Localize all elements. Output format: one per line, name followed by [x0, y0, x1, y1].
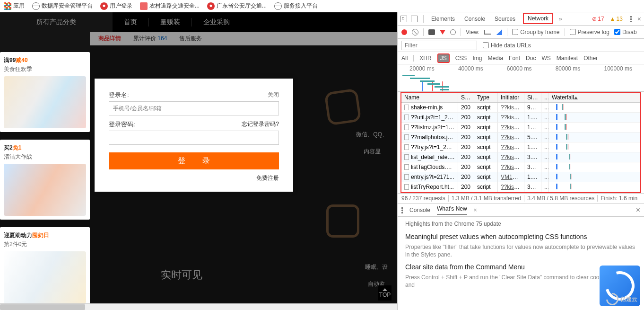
username-input[interactable] — [109, 101, 279, 115]
type-all[interactable]: All — [401, 55, 408, 62]
login-button[interactable]: 登 录 — [109, 152, 279, 169]
type-doc[interactable]: Doc — [526, 55, 536, 62]
type-font[interactable]: Font — [509, 55, 520, 62]
type-xhr[interactable]: XHR — [419, 55, 431, 62]
col-priority[interactable]: ... — [541, 93, 549, 102]
close-tab-icon[interactable]: × — [474, 207, 477, 213]
type-filters: All XHR JS CSS Img Media Font Doc WS Man… — [398, 52, 644, 64]
device-toggle-icon[interactable] — [411, 16, 418, 22]
close-devtools-icon[interactable]: × — [637, 15, 641, 23]
col-waterfall[interactable]: Waterfall — [549, 93, 640, 102]
type-css[interactable]: CSS — [455, 55, 467, 62]
devtools-panel: Elements Console Sources Network » ⊘17 ▲… — [397, 12, 644, 310]
password-label: 登录密码: — [109, 121, 135, 128]
drawer-tab-whatsnew[interactable]: What's New — [437, 205, 467, 215]
disable-cache-checkbox[interactable]: Disab — [614, 29, 637, 35]
record-button[interactable] — [401, 29, 407, 35]
promo-card[interactable]: 买2免1 清洁大作战 — [0, 140, 90, 220]
bookmark-apps[interactable]: 应用 — [4, 2, 25, 10]
password-input[interactable] — [109, 131, 279, 145]
filter-input[interactable] — [401, 41, 477, 50]
group-by-frame-checkbox[interactable]: Group by frame — [512, 29, 559, 35]
promo-card[interactable]: 迎夏助动力囤奶日 第2件0元 — [0, 227, 90, 307]
error-count[interactable]: ⊘17 — [592, 16, 604, 22]
col-status[interactable]: Sta... — [458, 93, 474, 102]
globe-icon — [274, 2, 282, 10]
clear-button[interactable] — [412, 29, 418, 35]
promo-image — [4, 251, 86, 303]
bookmark-service[interactable]: 服务接入平台 — [274, 2, 318, 10]
large-rows-icon[interactable] — [484, 30, 491, 35]
page-viewport: 所有产品分类 首页 量贩装 企业采购 商品详情 累计评价 164 售后服务 微信… — [0, 12, 397, 310]
col-initiator[interactable]: Initiator — [498, 93, 524, 102]
network-table: Name Sta... Type Initiator Size ... Wate… — [400, 92, 641, 193]
col-name[interactable]: Name — [401, 93, 458, 102]
globe-icon — [32, 2, 40, 10]
type-img[interactable]: Img — [472, 55, 482, 62]
bookmark-gd[interactable]: 广东省公安厅交通... — [207, 2, 267, 10]
drawer-tabs: Console What's New× × — [398, 204, 644, 217]
network-status-bar: 96 / 237 requests 1.3 MB / 3.1 MB transf… — [398, 193, 644, 204]
filter-toggle-icon[interactable] — [440, 30, 445, 35]
type-js[interactable]: JS — [437, 53, 450, 63]
screenshot-button[interactable] — [428, 29, 435, 35]
watermark: 亿速云 — [606, 293, 637, 305]
table-row[interactable]: ??try.js?t=1_201...200script??kissy/...1… — [401, 142, 640, 152]
truck-icon — [140, 2, 148, 10]
table-row[interactable]: entry.js?t=2171...200scriptVM152...1.3..… — [401, 172, 640, 182]
promo-image — [4, 76, 86, 128]
view-label: View: — [466, 29, 479, 35]
table-row[interactable]: listTryReport.ht...200script??kissy/...3… — [401, 182, 640, 192]
bookmarks-bar: 应用 数据库安全管理平台 用户登录 农村道路交通安全... 广东省公安厅交通..… — [0, 0, 644, 12]
horizontal-scrollbar[interactable] — [0, 303, 397, 310]
search-icon[interactable] — [450, 29, 456, 35]
devtools-tabs: Elements Console Sources Network » ⊘17 ▲… — [398, 12, 644, 26]
bookmark-login[interactable]: 用户登录 — [100, 2, 132, 10]
forgot-password-link[interactable]: 忘记登录密码? — [242, 120, 279, 128]
col-type[interactable]: Type — [474, 93, 498, 102]
tab-network[interactable]: Network — [523, 13, 553, 24]
tab-console[interactable]: Console — [462, 13, 487, 25]
hide-data-urls-checkbox[interactable]: Hide data URLs — [483, 42, 531, 49]
bookmark-dbsec[interactable]: 数据库安全管理平台 — [32, 2, 93, 10]
network-toolbar: View: Group by frame Preserve log Disab — [398, 26, 644, 39]
site-icon — [100, 2, 108, 10]
tab-elements[interactable]: Elements — [429, 13, 457, 25]
table-row[interactable]: ??mallphotos.js,...200script??kissy/...5… — [401, 133, 640, 142]
table-row[interactable]: ??util.js?t=1_20...200script??kissy/...1… — [401, 113, 640, 123]
apps-icon — [4, 2, 11, 10]
type-media[interactable]: Media — [487, 55, 503, 62]
table-row[interactable]: list_detail_rate.h...200script??kissy/..… — [401, 152, 640, 162]
waterfall-toggle-icon[interactable] — [496, 29, 502, 35]
col-size[interactable]: Size — [524, 93, 541, 102]
username-label: 登录名: — [109, 91, 129, 98]
drawer-tab-console[interactable]: Console — [409, 207, 430, 213]
close-drawer-icon[interactable]: × — [636, 206, 640, 214]
bookmark-road[interactable]: 农村道路交通安全... — [140, 2, 200, 10]
promo-image — [4, 164, 86, 216]
type-manifest[interactable]: Manifest — [557, 55, 578, 62]
scrollbar-thumb[interactable] — [0, 304, 85, 310]
register-link[interactable]: 免费注册 — [109, 174, 279, 182]
settings-icon[interactable] — [630, 16, 632, 22]
table-row[interactable]: ??listmz.js?t=1_...200script??kissy/...1… — [401, 123, 640, 133]
promo-sidebar: 满99减40 美食狂欢季 买2免1 清洁大作战 迎夏助动力囤奶日 第2件0元 — [0, 52, 90, 310]
warning-count[interactable]: ▲13 — [610, 16, 623, 22]
drawer-menu-icon[interactable] — [401, 207, 403, 213]
close-button[interactable]: 关闭 — [268, 91, 279, 99]
login-modal: 登录名: 关闭 登录密码: 忘记登录密码? 登 录 免费注册 — [95, 79, 293, 192]
tab-sources[interactable]: Sources — [493, 13, 517, 25]
table-row[interactable]: shake-min.js200script??kissy/...97...... — [401, 103, 640, 113]
site-icon — [207, 2, 215, 10]
overview-timeline[interactable]: 20000 ms 40000 ms 60000 ms 80000 ms 1000… — [398, 64, 644, 92]
preserve-log-checkbox[interactable]: Preserve log — [570, 29, 609, 35]
promo-card[interactable]: 满99减40 美食狂欢季 — [0, 52, 90, 132]
type-ws[interactable]: WS — [541, 55, 550, 62]
table-row[interactable]: listTagClouds.ht...200script??kissy/...3… — [401, 162, 640, 172]
type-other[interactable]: Other — [583, 55, 598, 62]
